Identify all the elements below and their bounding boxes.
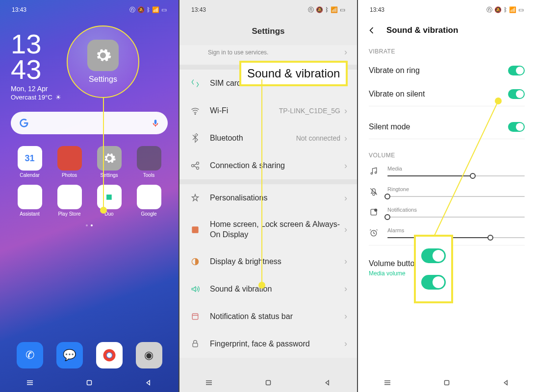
row-vibrate-silent[interactable]: Vibrate on silent (358, 82, 536, 106)
status-icons: ⓝ🔕ᛒ📶▭ (129, 6, 167, 14)
app-tools[interactable]: Tools (129, 146, 169, 178)
slider-notifications (387, 217, 525, 218)
page-title: Sound & vibration (386, 25, 458, 35)
volume-media[interactable]: Media (358, 163, 536, 183)
nav-bar (179, 373, 357, 392)
toggle-vibrate-silent[interactable] (508, 89, 525, 99)
bell-off-icon (369, 187, 379, 196)
row-fingerprint[interactable]: Fingerprint, face & password› (179, 330, 357, 358)
status-bar: 13:43 ⓝ🔕ᛒ📶▭ (0, 0, 179, 17)
row-silent-mode[interactable]: Silent mode (358, 115, 536, 139)
music-icon (369, 166, 379, 176)
gear-icon (87, 40, 119, 71)
volume-ringtone[interactable]: Ringtone (358, 183, 536, 204)
row-personalisations[interactable]: Personalisations› (179, 184, 357, 212)
svg-point-2 (107, 353, 112, 358)
nav-recent-icon[interactable] (204, 378, 213, 387)
callout-sound-vibration: Sound & vibration (239, 61, 348, 86)
callout-line (103, 98, 104, 211)
row-bluetooth[interactable]: BluetoothNot connected› (179, 124, 357, 152)
svg-rect-8 (192, 226, 198, 233)
nav-back-icon[interactable] (323, 378, 332, 387)
nav-back-icon[interactable] (144, 378, 153, 387)
section-vibrate: Vibrate (358, 44, 536, 59)
app-duo[interactable]: ■Duo (89, 185, 129, 217)
svg-point-6 (197, 162, 199, 165)
toggle-icon (421, 275, 446, 290)
slider-alarms (387, 237, 525, 238)
nav-home-icon[interactable] (442, 378, 451, 387)
dock-camera[interactable]: ◉ (136, 342, 162, 368)
row-display[interactable]: Display & brightness› (179, 248, 357, 275)
row-notification[interactable]: Notification & status bar› (179, 303, 357, 330)
row-wifi[interactable]: Wi-FiTP-LINK_C1DE_5G› (179, 97, 357, 124)
slider-ringtone (387, 196, 525, 197)
dock-phone[interactable]: ✆ (17, 342, 43, 368)
page-indicator (0, 224, 179, 226)
app-assistant[interactable]: Assistant (10, 185, 50, 217)
app-grid: 31Calendar Photos Settings Tools Assista… (0, 134, 179, 217)
row-sound-vibration[interactable]: Sound & vibration› (179, 275, 357, 303)
alarm-icon (369, 228, 379, 238)
row-vibrate-ring[interactable]: Vibrate on ring (358, 59, 536, 82)
section-volume: Volume (358, 148, 536, 163)
volume-notifications[interactable]: Notifications (358, 204, 536, 224)
status-time: 13:43 (12, 6, 26, 13)
search-bar[interactable] (11, 112, 168, 134)
nav-home-icon[interactable] (85, 378, 94, 387)
app-playstore[interactable]: ▶Play Store (50, 185, 89, 217)
svg-rect-18 (444, 381, 449, 385)
page-title: Settings (179, 17, 357, 45)
svg-point-7 (197, 167, 199, 170)
settings-header: Sound & vibration (358, 17, 536, 44)
nav-recent-icon[interactable] (26, 378, 34, 387)
google-icon (19, 118, 29, 128)
status-bar: 13:43 ⓝ🔕ᛒ📶▭ (179, 0, 357, 17)
settings-screen: 13:43 ⓝ🔕ᛒ📶▭ Settings Sign in to use serv… (179, 0, 357, 392)
chevron-right-icon: › (344, 47, 347, 57)
svg-rect-3 (87, 381, 91, 385)
callout-dot (100, 207, 107, 214)
callout-label: Settings (89, 75, 117, 84)
toggle-icon (421, 248, 446, 263)
dock: ✆ 💬 ◉ (10, 342, 169, 368)
app-calendar[interactable]: 31Calendar (10, 146, 50, 178)
svg-point-5 (192, 165, 194, 167)
svg-point-16 (375, 209, 377, 211)
nav-home-icon[interactable] (264, 378, 273, 387)
app-photos[interactable]: Photos (50, 146, 89, 178)
mic-icon[interactable] (151, 119, 160, 127)
sound-vibration-screen: 13:43 ⓝ🔕ᛒ📶▭ Sound & vibration Vibrate Vi… (357, 0, 536, 392)
notification-icon (369, 207, 379, 217)
svg-rect-12 (266, 381, 270, 385)
svg-point-4 (195, 114, 196, 115)
app-settings[interactable]: Settings (89, 146, 129, 178)
status-bar: 13:43 ⓝ🔕ᛒ📶▭ (358, 0, 536, 17)
app-google[interactable]: Google (129, 185, 169, 217)
row-homescreen[interactable]: Home screen, Lock screen & Always-On Dis… (179, 212, 357, 248)
dock-messages[interactable]: 💬 (56, 342, 83, 368)
callout-toggles (414, 235, 453, 303)
dock-chrome[interactable] (96, 342, 123, 368)
nav-back-icon[interactable] (502, 378, 510, 387)
svg-rect-11 (193, 343, 198, 347)
svg-rect-10 (192, 314, 198, 319)
slider-media (387, 175, 525, 176)
callout-circle: Settings (67, 25, 139, 98)
nav-bar (0, 373, 179, 392)
nav-bar (358, 373, 536, 392)
row-connection[interactable]: Connection & sharing› (179, 152, 357, 179)
back-icon[interactable] (367, 25, 377, 35)
toggle-vibrate-ring[interactable] (508, 66, 525, 75)
home-screen: 13:43 ⓝ🔕ᛒ📶▭ 13 43 Mon, 12 Apr Overcast 1… (0, 0, 179, 392)
toggle-silent-mode[interactable] (508, 122, 525, 132)
nav-recent-icon[interactable] (383, 378, 392, 387)
